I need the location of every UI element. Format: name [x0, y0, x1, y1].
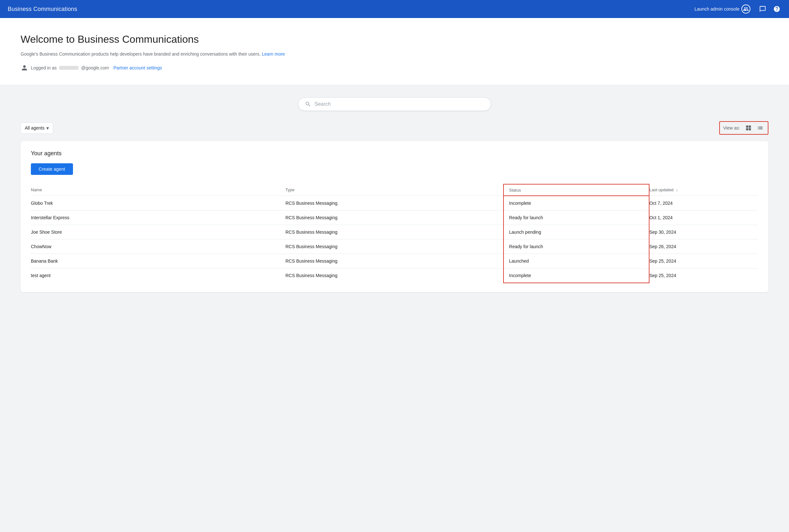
chat-icon[interactable] — [758, 4, 767, 14]
agents-section-title: Your agents — [31, 150, 758, 157]
agent-type: RCS Business Messaging — [285, 239, 504, 254]
agent-type: RCS Business Messaging — [285, 254, 504, 268]
agent-status: Incomplete — [504, 268, 649, 283]
agent-status: Launched — [504, 254, 649, 268]
table-row[interactable]: Interstellar ExpressRCS Business Messagi… — [31, 210, 758, 225]
table-row[interactable]: Joe Shoe StoreRCS Business MessagingLaun… — [31, 225, 758, 239]
list-view-button[interactable] — [755, 124, 765, 132]
grid-view-button[interactable] — [744, 124, 753, 132]
launch-admin-button[interactable]: Launch admin console — [692, 3, 753, 15]
agents-card: Your agents Create agent Name Type Statu… — [21, 141, 768, 292]
agent-name: Banana Bank — [31, 254, 285, 268]
view-as-container: View as: — [719, 121, 768, 135]
welcome-section: Welcome to Business Communications Googl… — [0, 18, 789, 84]
table-row[interactable]: Globo TrekRCS Business MessagingIncomple… — [31, 196, 758, 211]
agent-name: ChowNow — [31, 239, 285, 254]
agent-name: test agent — [31, 268, 285, 283]
agent-last-updated: Sep 25, 2024 — [649, 268, 758, 283]
agent-status: Incomplete — [504, 196, 649, 211]
table-header: Name Type Status Last updated ↓ — [31, 184, 758, 196]
filter-label: All agents — [25, 125, 44, 131]
agent-type: RCS Business Messaging — [285, 196, 504, 211]
welcome-desc: Google's Business Communication products… — [21, 51, 768, 58]
launch-admin-label: Launch admin console — [694, 6, 739, 12]
agents-table: Name Type Status Last updated ↓ Globo Tr… — [31, 184, 758, 283]
agent-type: RCS Business Messaging — [285, 268, 504, 283]
account-icon — [21, 64, 28, 72]
agent-name: Joe Shoe Store — [31, 225, 285, 239]
column-header-type: Type — [285, 184, 504, 196]
header-actions: Launch admin console — [692, 3, 781, 15]
create-agent-button[interactable]: Create agent — [31, 163, 73, 175]
email-domain: @google.com — [81, 65, 109, 70]
filter-row: All agents ▾ View as: — [21, 121, 768, 135]
sort-desc-icon: ↓ — [676, 188, 678, 192]
welcome-desc-text: Google's Business Communication products… — [21, 52, 261, 57]
logged-in-prefix: Logged in as — [31, 65, 57, 70]
agent-last-updated: Sep 26, 2024 — [649, 239, 758, 254]
app-header: Business Communications Launch admin con… — [0, 0, 789, 18]
table-row[interactable]: ChowNowRCS Business MessagingReady for l… — [31, 239, 758, 254]
email-redacted — [59, 66, 78, 70]
welcome-title: Welcome to Business Communications — [21, 34, 768, 45]
grid-icon — [745, 125, 752, 131]
search-box — [298, 97, 491, 111]
agent-name: Interstellar Express — [31, 210, 285, 225]
learn-more-link[interactable]: Learn more — [262, 52, 285, 57]
agent-last-updated: Oct 1, 2024 — [649, 210, 758, 225]
agent-last-updated: Sep 25, 2024 — [649, 254, 758, 268]
all-agents-dropdown[interactable]: All agents ▾ — [21, 122, 53, 134]
agent-last-updated: Oct 7, 2024 — [649, 196, 758, 211]
partner-account-settings-link[interactable]: Partner account settings — [113, 65, 162, 70]
search-container — [21, 97, 768, 111]
people-icon — [741, 4, 750, 14]
help-icon[interactable] — [772, 4, 781, 14]
view-as-label: View as: — [723, 125, 740, 131]
search-input[interactable] — [315, 101, 484, 107]
agent-status: Ready for launch — [504, 239, 649, 254]
column-header-last-updated: Last updated ↓ — [649, 184, 758, 196]
agent-name: Globo Trek — [31, 196, 285, 211]
table-row[interactable]: Banana BankRCS Business MessagingLaunche… — [31, 254, 758, 268]
agent-status: Launch pending — [504, 225, 649, 239]
chevron-down-icon: ▾ — [46, 125, 49, 131]
app-title: Business Communications — [8, 6, 77, 13]
logged-in-row: Logged in as @google.com Partner account… — [21, 64, 768, 72]
agent-type: RCS Business Messaging — [285, 210, 504, 225]
table-body: Globo TrekRCS Business MessagingIncomple… — [31, 196, 758, 283]
main-content: All agents ▾ View as: Your agents Create… — [0, 84, 789, 305]
column-header-name: Name — [31, 184, 285, 196]
search-icon — [305, 101, 311, 107]
table-header-row: Name Type Status Last updated ↓ — [31, 184, 758, 196]
column-header-status: Status — [504, 184, 649, 196]
table-row[interactable]: test agentRCS Business MessagingIncomple… — [31, 268, 758, 283]
agent-status: Ready for launch — [504, 210, 649, 225]
list-icon — [757, 125, 763, 131]
agent-type: RCS Business Messaging — [285, 225, 504, 239]
agent-last-updated: Sep 30, 2024 — [649, 225, 758, 239]
